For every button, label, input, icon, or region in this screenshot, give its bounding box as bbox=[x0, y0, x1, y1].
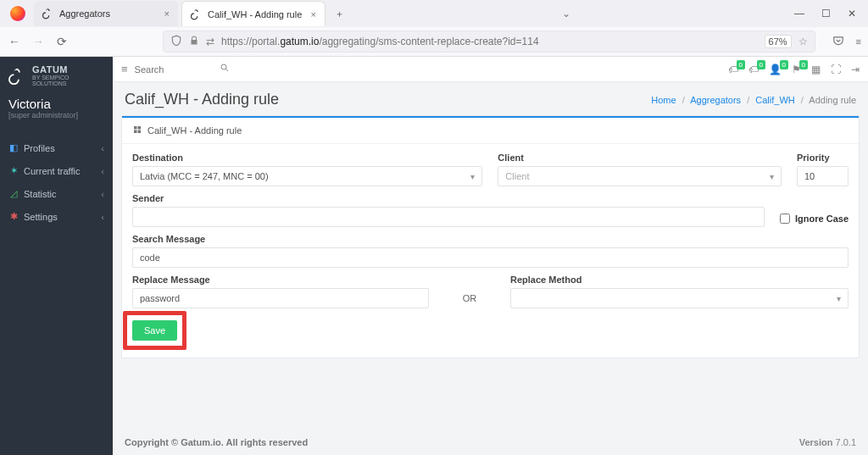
url-bar[interactable]: ⇄ https://portal.gatum.io/aggregating/sm… bbox=[163, 31, 815, 53]
sidebar-item-label: Profiles bbox=[24, 143, 96, 153]
label-replace: Replace Message bbox=[132, 275, 429, 285]
sidebar-item-label: Current traffic bbox=[24, 166, 96, 176]
panel-body: Destination Latvia (MCC = 247, MNC = 00)… bbox=[122, 144, 859, 358]
browser-tab-0[interactable]: Aggregators × bbox=[34, 1, 178, 26]
favicon-icon bbox=[42, 8, 54, 19]
topbar-icon-1[interactable]: 🏷0 bbox=[728, 64, 738, 75]
crumb-entity[interactable]: Calif_WH bbox=[755, 95, 794, 105]
replace-message-input[interactable] bbox=[140, 289, 421, 308]
bookmark-icon[interactable]: ☆ bbox=[798, 36, 808, 47]
replace-method-select[interactable]: ▾ bbox=[510, 288, 849, 308]
lock-icon[interactable] bbox=[189, 36, 199, 48]
sidebar-item-current-traffic[interactable]: ✶ Current traffic ‹ bbox=[0, 159, 113, 182]
statistic-icon: ◿ bbox=[8, 188, 19, 199]
page-title: Calif_WH - Adding rule bbox=[125, 91, 279, 108]
tab-row: Aggregators × Calif_WH - Adding rule × ＋… bbox=[0, 0, 868, 27]
field-replace-message: Replace Message bbox=[132, 275, 429, 308]
address-row: ← → ⟳ ⇄ https://portal.gatum.io/aggregat… bbox=[0, 27, 868, 56]
permissions-icon[interactable]: ⇄ bbox=[206, 36, 214, 47]
sidebar-menu: ◧ Profiles ‹ ✶ Current traffic ‹ ◿ Stati… bbox=[0, 136, 113, 228]
caret-down-icon: ▾ bbox=[837, 294, 841, 303]
minimize-button[interactable]: — bbox=[794, 8, 804, 19]
forward-button: → bbox=[31, 35, 46, 48]
settings-icon: ✱ bbox=[8, 211, 19, 222]
close-icon[interactable]: × bbox=[311, 9, 316, 19]
version-number: 7.0.1 bbox=[836, 437, 856, 447]
url-host: gatum.io bbox=[280, 36, 319, 47]
url-text: https://portal.gatum.io/aggregating/sms-… bbox=[221, 36, 539, 47]
tab-title: Calif_WH - Adding rule bbox=[208, 9, 302, 19]
chevron-left-icon: ‹ bbox=[101, 189, 104, 199]
sidebar-item-label: Settings bbox=[24, 212, 96, 222]
topbar-icon-2[interactable]: 🏷0 bbox=[748, 64, 759, 75]
sidebar-item-profiles[interactable]: ◧ Profiles ‹ bbox=[0, 136, 113, 159]
panel-head: Calif_WH - Adding rule bbox=[122, 116, 859, 144]
topbar-icon-3[interactable]: 👤0 bbox=[769, 64, 782, 75]
new-tab-button[interactable]: ＋ bbox=[329, 8, 349, 20]
crumb-aggregators[interactable]: Aggregators bbox=[690, 95, 741, 105]
crumb-current: Adding rule bbox=[809, 95, 856, 105]
breadcrumb: Home / Aggregators / Calif_WH / Adding r… bbox=[651, 95, 856, 105]
reload-button[interactable]: ⟳ bbox=[54, 35, 70, 48]
browser-tab-1[interactable]: Calif_WH - Adding rule × bbox=[181, 1, 326, 26]
shield-icon[interactable] bbox=[170, 35, 182, 49]
field-search-message: Search Message bbox=[132, 234, 849, 268]
maximize-button[interactable]: ☐ bbox=[821, 8, 831, 19]
label-sender: Sender bbox=[132, 193, 765, 203]
back-button[interactable]: ← bbox=[7, 35, 22, 48]
destination-select[interactable]: Latvia (MCC = 247, MNC = 00) ▾ bbox=[132, 166, 482, 186]
or-text: OR bbox=[444, 293, 495, 303]
zoom-level[interactable]: 67% bbox=[765, 35, 792, 48]
badge: 0 bbox=[737, 60, 745, 69]
ignore-case-checkbox[interactable] bbox=[780, 214, 790, 224]
search-icon[interactable] bbox=[220, 63, 230, 75]
sep: / bbox=[682, 95, 685, 105]
sender-input[interactable] bbox=[140, 208, 757, 226]
row-1: Destination Latvia (MCC = 247, MNC = 00)… bbox=[132, 153, 849, 186]
panel-title: Calif_WH - Adding rule bbox=[147, 125, 242, 136]
topbar-icons: 🏷0 🏷0 👤0 ⚑0 ▦ ⛶ ⇥ bbox=[728, 64, 860, 75]
destination-value: Latvia (MCC = 247, MNC = 00) bbox=[140, 171, 269, 181]
sidebar-item-statistic[interactable]: ◿ Statistic ‹ bbox=[0, 182, 113, 205]
hamburger-icon[interactable]: ≡ bbox=[121, 63, 128, 75]
close-icon[interactable]: × bbox=[164, 8, 170, 19]
pocket-icon[interactable] bbox=[832, 35, 844, 48]
badge: 0 bbox=[780, 60, 788, 69]
firefox-icon bbox=[10, 6, 25, 21]
label-ignore: Ignore Case bbox=[795, 214, 849, 224]
close-window-button[interactable]: ✕ bbox=[848, 8, 856, 19]
chevron-left-icon: ‹ bbox=[101, 143, 104, 153]
app-menu-icon[interactable]: ≡ bbox=[856, 36, 861, 47]
search-input[interactable] bbox=[135, 61, 228, 78]
search-message-wrap bbox=[132, 247, 849, 268]
save-wrap: Save bbox=[132, 320, 177, 341]
panel-icon bbox=[132, 125, 142, 136]
label-search: Search Message bbox=[132, 234, 849, 244]
client-select[interactable]: Client ▾ bbox=[498, 166, 782, 186]
field-replace-method: Replace Method ▾ bbox=[510, 275, 849, 308]
client-placeholder: Client bbox=[505, 171, 529, 181]
sidebar-item-settings[interactable]: ✱ Settings ‹ bbox=[0, 205, 113, 228]
flag-icon[interactable]: ▦ bbox=[811, 64, 821, 75]
row-3: Search Message bbox=[132, 234, 849, 268]
panel: Calif_WH - Adding rule Destination Latvi… bbox=[121, 115, 860, 358]
label-client: Client bbox=[498, 153, 782, 163]
label-priority: Priority bbox=[797, 153, 849, 163]
expand-icon[interactable]: ⛶ bbox=[831, 64, 841, 75]
app-root: GATUM BY SEMPICO SOLUTIONS Victoria [sup… bbox=[0, 57, 868, 455]
chevron-left-icon: ‹ bbox=[101, 166, 104, 176]
user-block: Victoria [super administrator] bbox=[0, 92, 113, 123]
topbar-icon-4[interactable]: ⚑0 bbox=[792, 64, 801, 75]
tabs-dropdown-icon[interactable]: ⌄ bbox=[562, 8, 570, 19]
svg-point-0 bbox=[221, 64, 226, 69]
profiles-icon: ◧ bbox=[8, 142, 19, 153]
caret-down-icon: ▾ bbox=[770, 172, 774, 181]
crumb-home[interactable]: Home bbox=[651, 95, 676, 105]
save-button[interactable]: Save bbox=[132, 320, 177, 341]
priority-input[interactable] bbox=[804, 167, 841, 186]
chevron-left-icon: ‹ bbox=[101, 212, 104, 222]
search-message-input[interactable] bbox=[140, 248, 841, 267]
logout-icon[interactable]: ⇥ bbox=[851, 64, 860, 75]
main: ≡ 🏷0 🏷0 👤0 ⚑0 ▦ ⛶ ⇥ Calif_WH - Adding ru… bbox=[113, 57, 868, 455]
label-destination: Destination bbox=[132, 153, 482, 163]
